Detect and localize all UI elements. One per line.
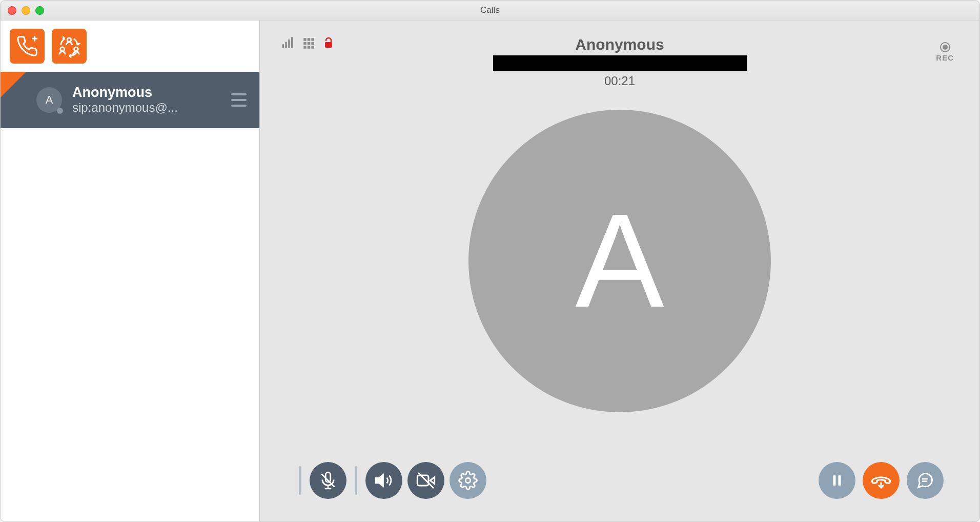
gear-icon	[458, 471, 478, 490]
svg-rect-10	[308, 38, 310, 41]
svg-rect-7	[288, 39, 290, 48]
dialpad-icon[interactable]	[302, 36, 315, 50]
divider	[355, 466, 357, 495]
avatar-initial: A	[46, 93, 53, 107]
svg-point-3	[60, 47, 65, 51]
svg-rect-18	[325, 42, 332, 48]
pause-icon	[829, 473, 845, 488]
active-call-badge	[1, 72, 26, 97]
conference-icon	[57, 34, 81, 58]
svg-point-4	[74, 47, 78, 51]
media-controls	[296, 462, 486, 499]
titlebar: Calls	[1, 1, 979, 21]
app-window: Calls	[0, 0, 980, 522]
hangup-button[interactable]	[863, 462, 900, 499]
svg-rect-14	[311, 42, 314, 45]
svg-rect-8	[291, 37, 293, 48]
speaker-button[interactable]	[365, 462, 402, 499]
record-label: REC	[936, 53, 954, 62]
window-body: A Anonymous sip:anonymous@...	[1, 21, 979, 521]
svg-rect-15	[303, 46, 306, 48]
hold-button[interactable]	[819, 462, 855, 499]
hangup-icon	[870, 470, 892, 491]
avatar-area: A	[280, 72, 959, 450]
chat-icon	[916, 471, 934, 490]
call-panel: Anonymous 00:21 REC A	[260, 21, 979, 521]
video-off-button[interactable]	[407, 462, 444, 499]
status-icon-group	[280, 36, 335, 50]
svg-point-2	[67, 38, 71, 42]
record-icon	[939, 41, 951, 53]
sidebar-toolbar	[1, 21, 259, 72]
svg-rect-11	[311, 38, 314, 41]
sidebar: A Anonymous sip:anonymous@...	[1, 21, 260, 521]
phone-plus-icon	[16, 35, 38, 57]
mic-off-icon	[318, 471, 338, 490]
signal-strength-icon[interactable]	[280, 36, 295, 50]
speaker-icon	[374, 471, 394, 490]
caller-avatar-small: A	[36, 87, 62, 113]
svg-rect-29	[833, 475, 836, 486]
caller-name: Anonymous	[72, 85, 218, 101]
svg-marker-26	[430, 477, 434, 484]
active-call-item[interactable]: A Anonymous sip:anonymous@...	[1, 72, 259, 128]
new-call-button[interactable]	[10, 29, 45, 64]
caller-uri: sip:anonymous@...	[72, 101, 218, 115]
svg-rect-9	[303, 38, 306, 41]
unlock-icon[interactable]	[322, 37, 335, 49]
window-title: Calls	[1, 5, 979, 15]
call-item-menu-button[interactable]	[229, 90, 249, 110]
svg-rect-30	[839, 475, 841, 486]
video-off-icon	[416, 470, 436, 491]
call-topbar	[280, 36, 959, 72]
call-controls	[280, 450, 959, 521]
svg-rect-12	[303, 42, 306, 45]
call-actions	[819, 462, 944, 499]
svg-rect-17	[311, 46, 314, 48]
record-button[interactable]: REC	[936, 41, 954, 62]
chat-button[interactable]	[907, 462, 944, 499]
avatar-initial-large: A	[575, 184, 664, 337]
caller-avatar-large: A	[468, 110, 771, 412]
divider	[299, 466, 301, 495]
conference-button[interactable]	[52, 29, 87, 64]
svg-rect-5	[282, 44, 284, 48]
svg-rect-6	[285, 42, 287, 48]
mute-mic-button[interactable]	[310, 462, 346, 499]
svg-rect-16	[308, 46, 310, 48]
presence-indicator	[57, 108, 63, 114]
svg-point-20	[943, 45, 947, 49]
svg-point-28	[465, 478, 471, 483]
svg-rect-13	[308, 42, 310, 45]
caller-text: Anonymous sip:anonymous@...	[72, 85, 218, 115]
svg-marker-24	[376, 475, 383, 486]
settings-button[interactable]	[450, 462, 486, 499]
